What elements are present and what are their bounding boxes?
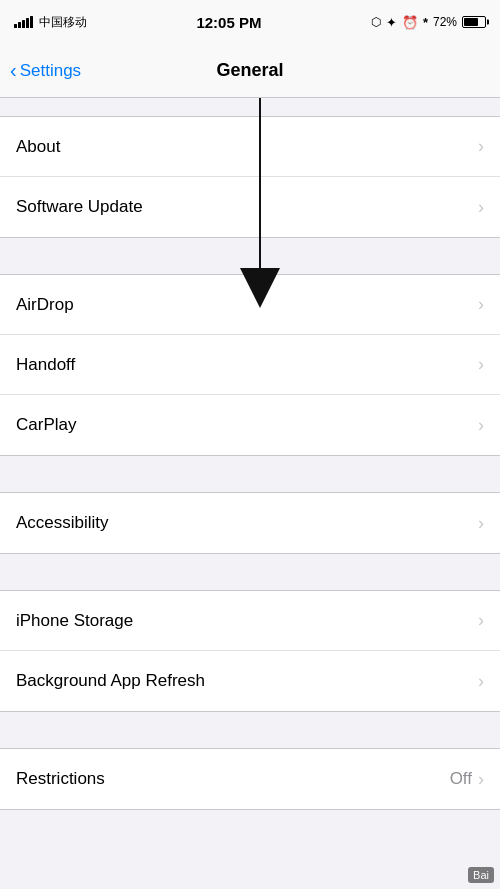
handoff-chevron-icon: ›	[478, 354, 484, 375]
restrictions-chevron-icon: ›	[478, 769, 484, 790]
about-chevron-icon: ›	[478, 136, 484, 157]
settings-group-2: AirDrop › Handoff › CarPlay ›	[0, 274, 500, 456]
accessibility-row[interactable]: Accessibility ›	[0, 493, 500, 553]
airdrop-row[interactable]: AirDrop ›	[0, 275, 500, 335]
about-right: ›	[478, 136, 484, 157]
spacer-before-group3	[0, 456, 500, 492]
signal-bar-2	[18, 22, 21, 28]
accessibility-label: Accessibility	[16, 513, 109, 533]
alarm-icon: ⏰	[402, 15, 418, 30]
signal-bar-4	[26, 18, 29, 28]
spacer-before-group5	[0, 712, 500, 748]
iphone-storage-row[interactable]: iPhone Storage ›	[0, 591, 500, 651]
airdrop-label: AirDrop	[16, 295, 74, 315]
airdrop-right: ›	[478, 294, 484, 315]
handoff-right: ›	[478, 354, 484, 375]
background-app-refresh-label: Background App Refresh	[16, 671, 205, 691]
battery-fill	[464, 18, 478, 26]
watermark: Bai	[468, 867, 494, 883]
spacer-before-group2	[0, 238, 500, 274]
content-area: About › Software Update › AirDrop	[0, 98, 500, 810]
signal-bars-icon	[14, 16, 33, 28]
accessibility-right: ›	[478, 513, 484, 534]
back-label: Settings	[20, 61, 81, 81]
carrier-label: 中国移动	[39, 14, 87, 31]
iphone-storage-label: iPhone Storage	[16, 611, 133, 631]
background-app-refresh-row[interactable]: Background App Refresh ›	[0, 651, 500, 711]
handoff-label: Handoff	[16, 355, 75, 375]
restrictions-right: Off ›	[450, 769, 484, 790]
status-left: 中国移动	[14, 14, 87, 31]
handoff-row[interactable]: Handoff ›	[0, 335, 500, 395]
compass-icon: ✦	[386, 15, 397, 30]
back-button[interactable]: ‹ Settings	[10, 60, 81, 82]
software-update-right: ›	[478, 197, 484, 218]
page-title: General	[216, 60, 283, 81]
battery-percent-label: 72%	[433, 15, 457, 29]
spacer-before-group1	[0, 98, 500, 116]
restrictions-row[interactable]: Restrictions Off ›	[0, 749, 500, 809]
carplay-right: ›	[478, 415, 484, 436]
carplay-row[interactable]: CarPlay ›	[0, 395, 500, 455]
signal-bar-5	[30, 16, 33, 28]
bluetooth-icon: *	[423, 15, 428, 30]
background-app-refresh-right: ›	[478, 671, 484, 692]
nav-bar: ‹ Settings General	[0, 44, 500, 98]
page-wrapper: 中国移动 12:05 PM ⬡ ✦ ⏰ * 72% ‹ Settings Gen…	[0, 0, 500, 889]
battery-icon	[462, 16, 486, 28]
status-time: 12:05 PM	[196, 14, 261, 31]
signal-bar-3	[22, 20, 25, 28]
spacer-before-group4	[0, 554, 500, 590]
settings-group-3: Accessibility ›	[0, 492, 500, 554]
settings-group-5: Restrictions Off ›	[0, 748, 500, 810]
location-icon: ⬡	[371, 15, 381, 29]
iphone-storage-chevron-icon: ›	[478, 610, 484, 631]
background-app-refresh-chevron-icon: ›	[478, 671, 484, 692]
software-update-label: Software Update	[16, 197, 143, 217]
settings-group-4: iPhone Storage › Background App Refresh …	[0, 590, 500, 712]
status-bar: 中国移动 12:05 PM ⬡ ✦ ⏰ * 72%	[0, 0, 500, 44]
about-label: About	[16, 137, 60, 157]
restrictions-value: Off	[450, 769, 472, 789]
about-row[interactable]: About ›	[0, 117, 500, 177]
software-update-chevron-icon: ›	[478, 197, 484, 218]
carplay-label: CarPlay	[16, 415, 76, 435]
back-chevron-icon: ‹	[10, 59, 17, 82]
carplay-chevron-icon: ›	[478, 415, 484, 436]
software-update-row[interactable]: Software Update ›	[0, 177, 500, 237]
status-right: ⬡ ✦ ⏰ * 72%	[371, 15, 486, 30]
airdrop-chevron-icon: ›	[478, 294, 484, 315]
restrictions-label: Restrictions	[16, 769, 105, 789]
iphone-storage-right: ›	[478, 610, 484, 631]
settings-group-1: About › Software Update ›	[0, 116, 500, 238]
signal-bar-1	[14, 24, 17, 28]
accessibility-chevron-icon: ›	[478, 513, 484, 534]
